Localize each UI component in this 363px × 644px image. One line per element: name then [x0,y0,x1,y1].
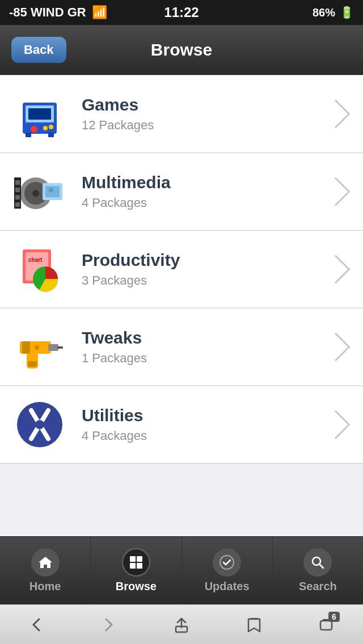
status-time: 11:22 [164,5,199,20]
svg-rect-24 [48,344,58,351]
back-browser-button[interactable] [22,611,50,639]
updates-tab-label: Updates [205,580,250,593]
status-bar: -85 WIND GR 📶 11:22 86% 🔋 [0,0,363,25]
tab-bar: Home Browse Updates Sea [0,536,363,604]
tab-home[interactable]: Home [0,537,91,604]
utilities-count: 4 Packages [82,429,326,443]
list-item[interactable]: Multimedia 4 Packages [0,153,363,231]
wifi-icon: 📶 [92,5,107,20]
games-count: 12 Packages [82,118,326,133]
browser-toolbar: 6 [0,604,363,644]
svg-rect-34 [130,556,136,562]
svg-rect-36 [130,563,136,569]
chevron-right-icon [322,410,351,439]
svg-text:chart: chart [28,257,43,263]
svg-rect-37 [137,563,142,569]
svg-rect-27 [28,361,37,367]
utilities-info: Utilities 4 Packages [82,406,326,443]
search-tab-label: Search [299,580,337,593]
svg-rect-6 [26,133,31,137]
chevron-right-icon [322,100,351,129]
multimedia-info: Multimedia 4 Packages [82,173,326,210]
search-icon [303,548,332,577]
utilities-icon [11,396,68,453]
status-right: 86% 🔋 [313,6,354,19]
list-item[interactable]: Tweaks 1 Packages [0,308,363,386]
back-button[interactable]: Back [11,37,66,63]
home-icon [31,548,60,577]
svg-point-4 [43,126,48,130]
forward-browser-button[interactable] [95,611,123,639]
games-info: Games 12 Packages [82,95,326,133]
chevron-right-icon [322,255,351,284]
svg-rect-13 [15,188,20,192]
svg-point-33 [35,420,44,429]
svg-rect-35 [137,556,142,562]
chevron-right-icon [322,177,351,206]
svg-rect-42 [250,618,258,620]
multimedia-icon [11,163,68,220]
svg-point-18 [49,188,53,192]
tweaks-count: 1 Packages [82,351,326,366]
svg-line-40 [319,564,323,568]
browse-icon [122,548,150,577]
svg-rect-2 [28,108,51,120]
category-list: Games 12 Packages [0,75,363,536]
list-item[interactable]: Utilities 4 Packages [0,386,363,464]
share-button[interactable] [167,611,196,639]
carrier-text: -85 WIND GR [9,5,86,20]
svg-rect-14 [15,195,20,200]
tab-search[interactable]: Search [273,537,363,604]
games-name: Games [82,95,326,115]
multimedia-count: 4 Packages [82,196,326,210]
svg-point-10 [32,190,39,197]
games-icon [11,86,68,142]
svg-rect-43 [320,621,332,630]
tab-browse[interactable]: Browse [91,537,182,604]
productivity-info: Productivity 3 Packages [82,251,326,288]
status-left: -85 WIND GR 📶 [9,5,107,20]
battery-text: 86% [313,6,335,19]
page-title: Browse [151,40,212,60]
productivity-name: Productivity [82,251,326,270]
updates-icon [213,548,241,577]
svg-point-5 [49,125,53,129]
productivity-icon: chart [11,241,68,298]
bookmarks-button[interactable] [240,611,268,639]
multimedia-name: Multimedia [82,173,326,192]
tabs-button[interactable]: 6 [313,611,341,639]
nav-bar: Back Browse [0,25,363,75]
chevron-right-icon [322,333,351,362]
home-tab-label: Home [29,580,61,593]
tweaks-icon [11,319,68,375]
productivity-count: 3 Packages [82,273,326,288]
svg-rect-25 [57,346,63,349]
svg-rect-15 [15,202,20,207]
tweaks-name: Tweaks [82,328,326,348]
list-item[interactable]: Games 12 Packages [0,75,363,153]
browse-tab-label: Browse [116,580,157,593]
utilities-name: Utilities [82,406,326,425]
svg-rect-12 [15,180,20,185]
tabs-count-badge: 6 [328,612,340,622]
svg-point-29 [35,345,39,350]
battery-icon: 🔋 [340,6,354,19]
tweaks-info: Tweaks 1 Packages [82,328,326,366]
svg-point-3 [31,126,37,133]
svg-rect-7 [48,133,54,137]
list-item[interactable]: chart Productivity 3 Packages [0,231,363,308]
svg-point-38 [220,556,234,569]
svg-rect-28 [22,341,30,354]
tab-updates[interactable]: Updates [182,537,273,604]
